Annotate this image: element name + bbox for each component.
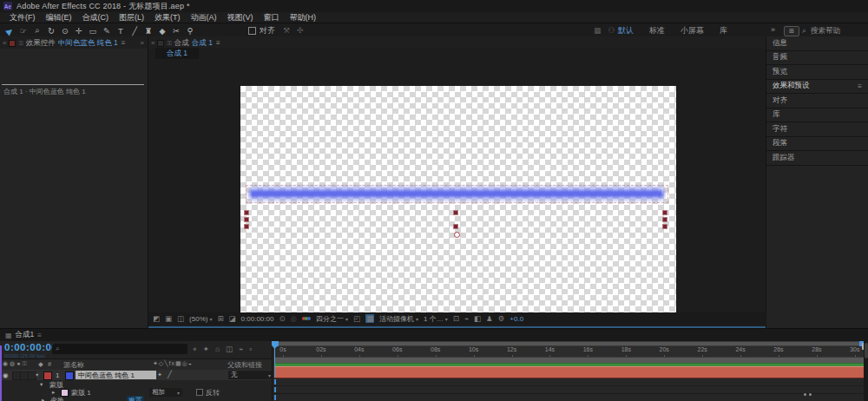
sidebar-panel-effects-presets[interactable]: 效果和预设 ≡ (766, 80, 868, 95)
sidebar-panel-character[interactable]: 字符 (766, 122, 868, 137)
view-layout-dropdown[interactable]: 1 个… (424, 314, 448, 324)
layer-duration-bar[interactable] (274, 366, 865, 378)
puppet-pin-tool[interactable]: ⚲ (184, 24, 196, 36)
lock-icon[interactable]: ⚿ (167, 40, 171, 47)
mask-mode-dropdown[interactable]: 相加 (149, 388, 182, 397)
draft-3d-icon[interactable]: ✦ (203, 345, 209, 354)
twirl-closed-icon[interactable]: ▸ (42, 397, 44, 401)
mask-visibility-icon[interactable]: ◪ (229, 314, 236, 323)
handle-top-center[interactable] (453, 210, 458, 215)
comment-icon[interactable]: ◫ (177, 314, 184, 323)
workspace-overflow-icon[interactable]: » (771, 25, 775, 34)
transparency-grid-icon[interactable]: ▦ (365, 314, 374, 323)
shy-switch-icon[interactable]: ✦ (157, 371, 162, 378)
eye-icon[interactable]: ◉ (3, 371, 9, 379)
masks-group-row[interactable]: ▾ 蒙版 (0, 381, 272, 389)
hand-tool[interactable]: ☞ (17, 24, 30, 36)
layer-row[interactable]: ◉ ▾ 1 中间色蓝色 纯色 1 ✦ ╱ 无 (0, 370, 272, 380)
grid-options-icon[interactable]: ⊞ (217, 314, 223, 323)
pan-behind-tool[interactable]: ✛ (73, 24, 85, 36)
timeline-tab[interactable]: 合成1 (16, 330, 35, 340)
scrollbar-thumb[interactable] (865, 343, 868, 358)
roto-brush-tool[interactable]: ✂ (170, 24, 182, 36)
brush-tool[interactable]: ╱ (128, 24, 141, 36)
solid-color-swatch[interactable] (65, 371, 74, 380)
snapshot-icon[interactable]: ⊙ (279, 314, 285, 323)
label-color-swatch[interactable] (43, 371, 52, 380)
panel-overflow-icon[interactable]: » (141, 39, 144, 47)
exposure-gear-icon[interactable]: ⚙ (498, 314, 505, 323)
collapse-icon[interactable]: « (3, 39, 6, 47)
handle-top-right[interactable] (662, 210, 667, 215)
layer-twirl-icon[interactable]: ▾ (36, 371, 38, 378)
workspace-tab-default[interactable]: 默认 (618, 25, 634, 36)
transform-reset-link[interactable]: 重置 (127, 396, 144, 401)
source-name-column[interactable]: 源名称 (63, 360, 84, 370)
layer-name[interactable]: 中间色蓝色 纯色 1 (76, 371, 156, 379)
sidebar-panel-tracker[interactable]: 跟踪器 (766, 151, 868, 166)
panel-resize-grip[interactable] (804, 393, 812, 396)
viewer-tab-comp1[interactable]: 合成 1 (155, 48, 199, 59)
motion-blur-icon[interactable]: ⌁ (239, 345, 243, 354)
selection-tool[interactable]: ▶ (3, 24, 16, 36)
show-snapshot-icon[interactable]: ◎ (291, 314, 297, 323)
workspace-tab-standard[interactable]: 标准 (649, 25, 665, 36)
sidebar-panel-preview[interactable]: 预览 (766, 65, 868, 80)
composition-canvas[interactable] (240, 86, 676, 312)
import-icon[interactable]: ▦ (594, 26, 602, 35)
handle-mid-right[interactable] (662, 217, 667, 222)
composition-header[interactable]: « ⚿ 合成 合成 1 ≡ (148, 36, 766, 49)
rotation-tool[interactable]: ↻ (45, 24, 57, 36)
camera-tool[interactable]: ⊙ (59, 24, 71, 36)
channels-icon[interactable] (302, 317, 311, 320)
handle-bottom-center[interactable] (453, 224, 458, 229)
composition-viewer[interactable] (148, 59, 766, 312)
current-timecode[interactable]: 0:00:00:00 (4, 342, 57, 352)
menu-item[interactable]: 编辑(E) (41, 12, 77, 23)
twirl-closed-icon[interactable]: ▸ (52, 389, 55, 396)
panel-menu-icon[interactable]: ≡ (858, 82, 862, 90)
fast-previews-icon[interactable]: ⌁ (464, 314, 469, 323)
exposure-value[interactable]: +0.0 (510, 315, 523, 323)
shape-tool[interactable]: ▭ (87, 24, 99, 36)
panel-menu-icon[interactable]: ≡ (122, 39, 126, 47)
flowchart-icon[interactable]: ♟ (486, 314, 493, 323)
pen-tool[interactable]: ✎ (101, 24, 113, 36)
effect-controls-header[interactable]: « ⚿ 效果控件 中间色蓝色 纯色 1 ≡ (0, 36, 148, 49)
menu-item[interactable]: 文件(F) (4, 12, 41, 23)
anchor-point[interactable] (454, 232, 460, 238)
resolution-dropdown[interactable]: 四分之一 (316, 314, 348, 324)
menu-item[interactable]: 效果(T) (149, 12, 186, 23)
eraser-tool[interactable]: ◆ (156, 24, 168, 36)
menu-item[interactable]: 合成(C) (77, 12, 115, 23)
handle-mid-left[interactable] (244, 217, 249, 222)
menu-item[interactable]: 图层(L) (114, 12, 149, 23)
panel-menu-icon[interactable]: ≡ (216, 39, 220, 47)
sidebar-panel-libraries[interactable]: 库 (766, 108, 868, 123)
zoom-tool[interactable]: ⌕ (31, 24, 43, 36)
handle-top-left[interactable] (244, 210, 249, 215)
sidebar-panel-info[interactable]: 信息 (766, 36, 868, 51)
twirl-open-icon[interactable]: ▾ (40, 381, 43, 388)
timeline-scrollbar[interactable] (864, 341, 868, 401)
snap-option-icon-2[interactable]: ✣ (297, 26, 304, 35)
viewer-timecode[interactable]: 0:00:00:00 (241, 315, 274, 323)
quality-switch-icon[interactable]: ╱ (168, 371, 172, 378)
timeline-menu-icon[interactable]: ≡ (37, 332, 42, 339)
camera-dropdown[interactable]: 活动摄像机 (379, 314, 418, 324)
region-of-interest-icon[interactable]: ◰ (353, 314, 360, 323)
clone-stamp-tool[interactable]: ♜ (142, 24, 155, 36)
handle-bottom-right[interactable] (662, 224, 667, 229)
people-icon[interactable]: ⚇ (608, 26, 615, 35)
type-tool[interactable]: T (115, 24, 127, 36)
comp-mini-flowchart-icon[interactable]: ⌖ (193, 345, 197, 354)
mask-invert-checkbox[interactable] (196, 389, 203, 396)
pixel-aspect-icon[interactable]: ⊡ (453, 314, 459, 323)
menu-item[interactable]: 动画(A) (186, 12, 222, 23)
workspace-tab-libraries[interactable]: 库 (720, 25, 727, 36)
sidebar-panel-paragraph[interactable]: 段落 (766, 137, 868, 152)
window-icon[interactable]: ▣ (165, 314, 172, 323)
magnification-dropdown[interactable]: (50%) (189, 315, 212, 323)
timeline-search[interactable]: ⌕ (52, 344, 187, 354)
snap-option-icon[interactable]: ⚒ (283, 26, 290, 35)
